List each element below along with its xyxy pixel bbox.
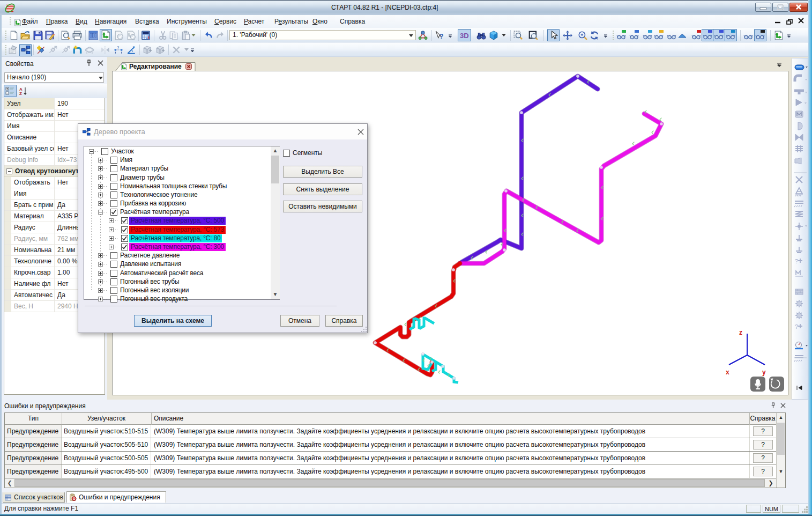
svg-text:?: ? xyxy=(795,258,798,264)
svg-text:Z: Z xyxy=(19,91,22,95)
svg-text:x: x xyxy=(726,368,729,376)
svg-text:z: z xyxy=(739,329,742,336)
svg-text:y: y xyxy=(762,368,766,376)
svg-text:?: ? xyxy=(795,323,798,330)
